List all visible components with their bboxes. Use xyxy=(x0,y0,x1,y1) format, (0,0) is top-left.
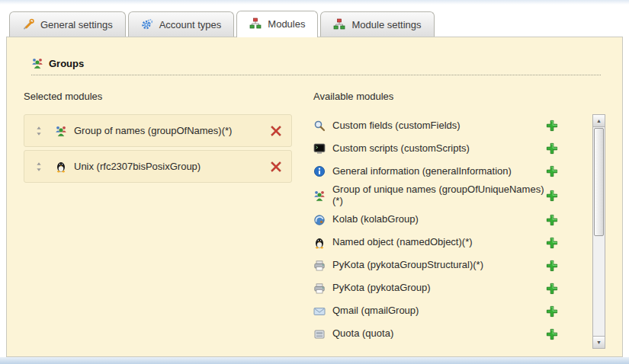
add-module-button[interactable] xyxy=(546,305,558,318)
available-modules-label: Available modules xyxy=(313,91,605,102)
printer-icon xyxy=(313,283,326,295)
scroll-down-button[interactable]: ▼ xyxy=(593,336,605,348)
tab-bar: General settings Account types Modules M… xyxy=(0,5,629,37)
module-label: Custom fields (customFields) xyxy=(332,120,546,132)
delete-module-button[interactable] xyxy=(270,125,282,137)
scroll-up-button[interactable]: ▲ xyxy=(593,115,605,127)
available-module-row: Custom fields (customFields) xyxy=(313,114,585,137)
module-label: Qmail (qmailGroup) xyxy=(332,305,546,317)
chart-icon xyxy=(333,18,345,30)
groups-icon xyxy=(31,57,43,69)
module-label: Quota (quota) xyxy=(332,328,546,340)
add-module-button[interactable] xyxy=(546,260,558,272)
add-module-button[interactable] xyxy=(546,328,558,340)
available-module-row: Kolab (kolabGroup) xyxy=(313,209,585,231)
add-module-button[interactable] xyxy=(546,165,558,177)
module-label: Custom scripts (customScripts) xyxy=(332,143,546,155)
module-label: PyKota (pykotaGroup) xyxy=(332,283,546,294)
add-module-button[interactable] xyxy=(546,214,558,226)
available-module-row: Quota (quota) xyxy=(313,323,585,346)
scrollbar-track[interactable] xyxy=(593,127,605,336)
groups-icon xyxy=(313,190,326,202)
module-label: PyKota (pykotaGroupStructural)(*) xyxy=(332,260,546,271)
available-module-row: PyKota (pykotaGroup) xyxy=(313,277,585,300)
module-label: Group of unique names (groupOfUniqueName… xyxy=(332,184,546,207)
available-module-row: Custom scripts (customScripts) xyxy=(313,137,585,160)
section-header-groups: Groups xyxy=(31,57,601,75)
drag-handle-icon[interactable] xyxy=(34,126,44,136)
bottom-gradient-strip xyxy=(0,357,629,364)
add-module-button[interactable] xyxy=(546,237,558,249)
available-modules-list: Custom fields (customFields) Custom scri… xyxy=(313,114,592,349)
scroll-down-arrow-icon: ▼ xyxy=(596,340,602,345)
available-module-row: PyKota (pykotaGroupStructural)(*) xyxy=(313,254,585,277)
module-label: Named object (namedObject)(*) xyxy=(332,237,546,248)
module-label: General information (generalInformation) xyxy=(332,166,546,177)
scroll-up-arrow-icon: ▲ xyxy=(596,118,602,123)
module-label: Kolab (kolabGroup) xyxy=(332,214,546,225)
add-module-button[interactable] xyxy=(546,283,558,295)
delete-module-button[interactable] xyxy=(270,161,282,173)
tab-label: General settings xyxy=(40,19,113,30)
drag-handle-icon[interactable] xyxy=(34,161,44,172)
modules-panel: Groups Selected modules Group of names (… xyxy=(6,37,623,357)
chart-icon xyxy=(249,18,262,30)
scrollbar-thumb[interactable] xyxy=(594,128,604,236)
tux-icon xyxy=(313,237,326,249)
module-label: Group of names (groupOfNames)(*) xyxy=(74,125,270,136)
tab-label: Module settings xyxy=(351,19,421,30)
info-icon xyxy=(313,165,326,177)
selected-module-row: Unix (rfc2307bisPosixGroup) xyxy=(24,150,292,183)
available-modules-scrollbar[interactable]: ▲ ▼ xyxy=(592,114,605,349)
tab-module-settings[interactable]: Module settings xyxy=(320,11,434,37)
selected-module-row: Group of names (groupOfNames)(*) xyxy=(24,114,292,147)
envelope-icon xyxy=(313,305,326,318)
add-module-button[interactable] xyxy=(546,142,558,155)
tab-account-types[interactable]: Account types xyxy=(128,11,235,37)
section-title: Groups xyxy=(49,58,84,69)
terminal-icon xyxy=(313,142,326,155)
gears-icon xyxy=(141,18,153,30)
available-module-row: Qmail (qmailGroup) xyxy=(313,300,585,323)
available-modules-column: Available modules Custom fields (customF… xyxy=(313,91,605,349)
module-label: Unix (rfc2307bisPosixGroup) xyxy=(74,161,270,172)
available-module-row: Group of unique names (groupOfUniqueName… xyxy=(313,183,585,209)
selected-modules-column: Selected modules Group of names (groupOf… xyxy=(24,91,292,349)
tux-icon xyxy=(55,161,67,173)
available-module-row: General information (generalInformation) xyxy=(313,160,585,183)
kolab-icon xyxy=(313,214,326,226)
magnifier-icon xyxy=(313,120,326,132)
add-module-button[interactable] xyxy=(546,190,558,202)
tab-general-settings[interactable]: General settings xyxy=(9,11,126,37)
selected-modules-label: Selected modules xyxy=(24,91,292,102)
groups-icon xyxy=(55,125,67,137)
tab-modules[interactable]: Modules xyxy=(236,11,318,37)
wrench-icon xyxy=(22,18,34,30)
disk-icon xyxy=(313,328,326,340)
add-module-button[interactable] xyxy=(546,120,558,132)
printer-icon xyxy=(313,260,326,272)
available-module-row: Named object (namedObject)(*) xyxy=(313,231,585,254)
tab-label: Modules xyxy=(268,18,305,30)
tab-label: Account types xyxy=(159,19,222,30)
